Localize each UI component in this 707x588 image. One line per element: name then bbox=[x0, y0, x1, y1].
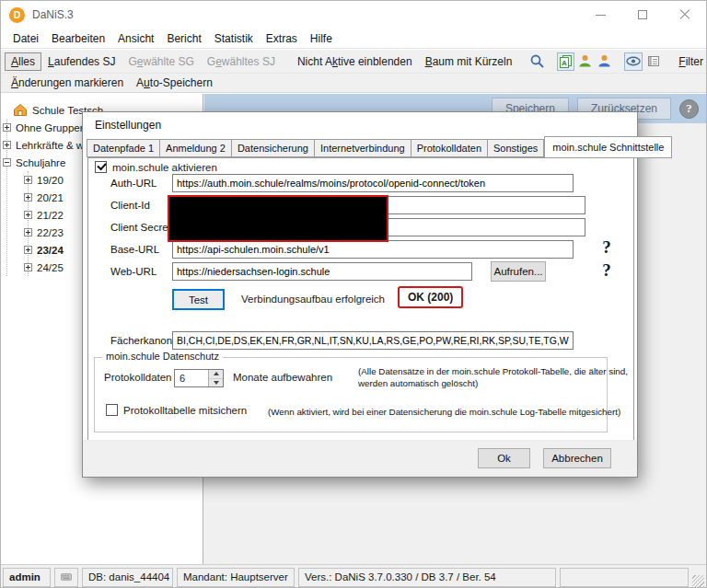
redacted-credentials-overlay bbox=[168, 195, 388, 242]
protokolldaten-spinner[interactable]: 6 bbox=[174, 369, 224, 387]
expand-icon[interactable] bbox=[24, 263, 32, 271]
keep-note-line-1: (Alle Datensätze in der moin.schule Prot… bbox=[358, 365, 628, 377]
close-icon bbox=[679, 9, 690, 20]
show-all-records-button[interactable]: A bbox=[557, 52, 574, 71]
menu-bericht[interactable]: Bericht bbox=[160, 29, 207, 48]
dialog-title-bar[interactable]: Einstellungen bbox=[83, 112, 637, 138]
filter-aktivieren-button[interactable]: Filter aktivieren bbox=[672, 52, 707, 71]
tab-moin-schule-schnittstelle[interactable]: moin.schule Schnittstelle bbox=[544, 136, 672, 158]
settings-dialog: Einstellungen Datenpfade 1 Anmeldung 2 D… bbox=[82, 111, 638, 478]
auto-speichern-button[interactable]: Auto-Speichern bbox=[130, 74, 219, 92]
tree-label: 21/22 bbox=[37, 210, 64, 221]
menu-bearbeiten[interactable]: Bearbeiten bbox=[45, 29, 111, 48]
search-button[interactable] bbox=[528, 52, 546, 71]
tree-label: 22/23 bbox=[37, 227, 64, 238]
status-mandant: Mandant: Hauptserver bbox=[177, 568, 295, 587]
spinner-buttons bbox=[208, 370, 223, 386]
view-toggle-button[interactable] bbox=[624, 52, 643, 71]
aenderungen-markieren-button[interactable]: Änderungen markieren bbox=[5, 74, 130, 92]
moin-schule-aktivieren-checkbox[interactable] bbox=[95, 161, 107, 173]
minimize-button[interactable] bbox=[579, 1, 621, 29]
base-url-help-icon[interactable]: ? bbox=[597, 237, 617, 259]
minimize-icon bbox=[596, 15, 606, 16]
dialog-title: Einstellungen bbox=[95, 119, 161, 132]
keyboard-icon bbox=[61, 572, 72, 582]
cancel-button[interactable]: Abbrechen bbox=[543, 448, 611, 468]
auth-url-input[interactable] bbox=[172, 174, 574, 192]
protokolltabelle-mitsichern-label: Protokolltabelle mitsichern bbox=[123, 405, 247, 416]
toolbar-alles-button[interactable]: Alles bbox=[5, 52, 41, 71]
dialog-footer: Ok Abbrechen bbox=[83, 440, 637, 477]
arrow-up-icon bbox=[214, 372, 219, 375]
protokolltabelle-mitsichern-checkbox[interactable] bbox=[106, 404, 118, 416]
tree-label: 23/24 bbox=[37, 245, 64, 256]
dialog-tab-bar: Datenpfade 1 Anmeldung 2 Datensicherung … bbox=[87, 138, 672, 157]
tab-protokolldaten[interactable]: Protokolldaten bbox=[411, 139, 488, 157]
base-url-label: Base-URL bbox=[110, 240, 171, 259]
test-result-badge: OK (200) bbox=[398, 286, 463, 308]
toolbar-nicht-aktive-button[interactable]: Nicht Aktive einblenden bbox=[291, 52, 419, 71]
expand-icon[interactable] bbox=[3, 141, 11, 149]
document-a-icon: A bbox=[558, 53, 574, 69]
expand-icon[interactable] bbox=[24, 176, 32, 184]
person-blue-icon bbox=[597, 53, 612, 69]
status-version: Vers.: DaNiS 3.7.0.330 / DB 3.7 / Ber. 5… bbox=[298, 568, 556, 587]
tree-label: Schuljahre bbox=[16, 157, 65, 168]
status-empty-panel bbox=[560, 568, 689, 587]
menu-ansicht[interactable]: Ansicht bbox=[111, 29, 160, 48]
toolbar-gewaehltes-sj-button: Gewähltes SJ bbox=[201, 52, 282, 71]
toolbar-baum-kuerzeln-button[interactable]: Baum mit Kürzeln bbox=[419, 52, 519, 71]
spinner-down-button[interactable] bbox=[209, 379, 223, 387]
expand-icon[interactable] bbox=[24, 211, 32, 219]
tree-label: Ohne Gruppenz bbox=[16, 122, 91, 133]
danis-app-window: { "titlebar": { "title": "DaNiS.3" }, "m… bbox=[0, 0, 707, 588]
faecherkanon-label: Fächerkanon bbox=[110, 331, 171, 350]
faecherkanon-input[interactable] bbox=[172, 331, 574, 350]
test-button[interactable]: Test bbox=[172, 289, 225, 310]
collapse-icon[interactable] bbox=[3, 158, 11, 167]
test-status-text: Verbindungsaufbau erfolgreich bbox=[241, 294, 385, 305]
expand-icon[interactable] bbox=[3, 123, 11, 132]
close-button[interactable] bbox=[664, 1, 706, 29]
maximize-icon bbox=[638, 10, 647, 19]
expand-icon[interactable] bbox=[24, 193, 32, 202]
status-user: admin bbox=[3, 568, 51, 587]
toolbar-laufendes-sj-button[interactable]: Laufendes SJ bbox=[41, 52, 122, 71]
eye-icon bbox=[625, 53, 642, 69]
tree-label: 19/20 bbox=[37, 175, 64, 186]
menu-datei[interactable]: Datei bbox=[6, 29, 45, 48]
arrow-down-icon bbox=[214, 381, 219, 385]
tab-sonstiges[interactable]: Sonstiges bbox=[488, 139, 544, 157]
help-round-button[interactable]: ? bbox=[679, 99, 699, 119]
app-icon: D bbox=[9, 7, 25, 23]
expand-icon[interactable] bbox=[24, 246, 32, 254]
expand-icon[interactable] bbox=[24, 228, 32, 236]
notebook-icon bbox=[645, 53, 661, 69]
backup-note: (Wenn aktiviert, wird bei einer Datensic… bbox=[268, 406, 620, 418]
client-id-label: Client-Id bbox=[110, 196, 171, 214]
spinner-up-button[interactable] bbox=[209, 370, 223, 379]
menu-extras[interactable]: Extras bbox=[260, 29, 304, 48]
tab-anmeldung[interactable]: Anmeldung 2 bbox=[160, 139, 232, 157]
menu-statistik[interactable]: Statistik bbox=[208, 29, 260, 48]
student-blue-button[interactable] bbox=[596, 52, 613, 71]
menu-hilfe[interactable]: Hilfe bbox=[304, 29, 339, 48]
spinner-value: 6 bbox=[175, 370, 208, 386]
status-bar: admin DB: danis_44404 Mandant: Hauptserv… bbox=[1, 564, 706, 588]
tab-datenpfade[interactable]: Datenpfade 1 bbox=[87, 139, 160, 157]
tab-internetverbindung[interactable]: Internetverbindung bbox=[315, 139, 411, 157]
auth-url-label: Auth-URL bbox=[110, 174, 171, 192]
student-green-button[interactable] bbox=[576, 52, 594, 71]
base-url-input[interactable] bbox=[172, 240, 574, 259]
tab-datensicherung[interactable]: Datensicherung bbox=[232, 139, 315, 157]
moin-schule-aktivieren-label: moin.schule aktivieren bbox=[112, 162, 217, 173]
web-url-input[interactable] bbox=[172, 262, 472, 281]
journal-button[interactable] bbox=[644, 52, 662, 71]
keep-note-line-2: werden automatisch gelöscht) bbox=[358, 377, 478, 389]
aufrufen-button[interactable]: Aufrufen... bbox=[491, 261, 546, 282]
ok-button[interactable]: Ok bbox=[478, 448, 530, 468]
resize-grip[interactable] bbox=[692, 575, 704, 587]
status-keyboard-panel bbox=[54, 568, 78, 587]
maximize-button[interactable] bbox=[621, 1, 664, 29]
web-url-help-icon[interactable]: ? bbox=[597, 260, 617, 282]
